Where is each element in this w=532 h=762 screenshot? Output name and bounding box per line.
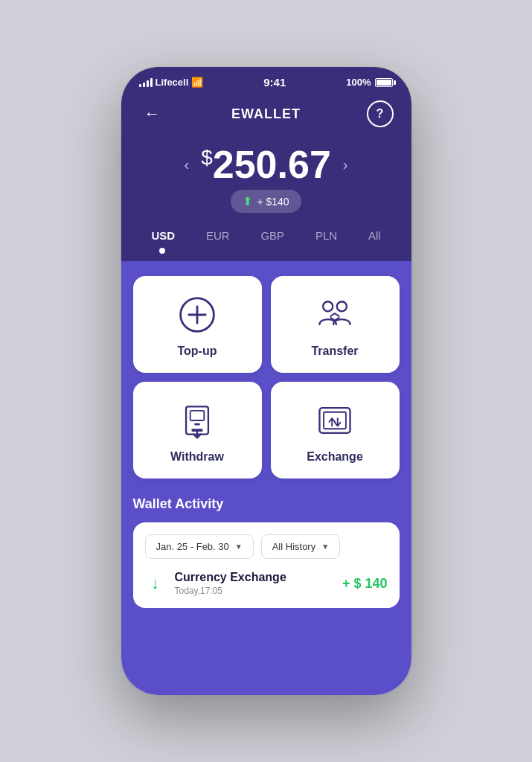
signal-icon [139,78,153,87]
transfer-icon [314,294,356,336]
prev-balance-arrow[interactable]: ‹ [185,156,190,173]
tab-eur[interactable]: EUR [197,223,239,248]
history-filter-chevron: ▼ [321,542,329,551]
help-button[interactable]: ? [367,100,394,127]
date-filter-button[interactable]: Jan. 25 - Feb. 30 ▼ [145,534,254,559]
carrier-name: Lifecell [156,77,189,88]
currency-tabs: USD EUR GBP PLN All [121,223,411,248]
tab-indicator-row [121,248,411,261]
topup-icon [176,294,218,336]
date-filter-label: Jan. 25 - Feb. 30 [156,541,229,552]
status-right: 100% [346,77,393,88]
transfer-label: Transfer [311,345,358,358]
wallet-activity-title: Wallet Activity [133,496,400,512]
topup-card[interactable]: Top-up [133,276,262,373]
change-arrow-icon: ⬆ [243,194,252,208]
transaction-details: Currency Exchange Today,17:05 [175,571,333,596]
svg-point-3 [323,301,333,311]
topup-label: Top-up [177,345,217,358]
transaction-item[interactable]: ↓ Currency Exchange Today,17:05 + $ 140 [145,571,388,596]
transaction-date: Today,17:05 [175,586,333,596]
transaction-direction-icon: ↓ [145,573,166,594]
exchange-label: Exchange [307,450,363,464]
main-content: Top-up [121,261,411,695]
page-title: EWALLET [231,106,301,122]
balance-change-badge: ⬆ + $140 [231,190,301,213]
battery-percent: 100% [346,77,371,88]
next-balance-arrow[interactable]: › [343,156,348,173]
exchange-icon [314,400,356,441]
filter-row: Jan. 25 - Feb. 30 ▼ All History ▼ [145,534,388,559]
transfer-card[interactable]: Transfer [271,276,400,373]
wifi-icon: 📶 [191,77,203,88]
tab-gbp[interactable]: GBP [251,223,293,248]
exchange-card[interactable]: Exchange [271,382,400,478]
back-button[interactable]: ← [139,100,166,127]
history-filter-label: All History [272,541,316,552]
withdraw-card[interactable]: Withdraw [133,382,262,478]
status-time: 9:41 [263,76,286,89]
svg-rect-6 [190,411,205,420]
svg-rect-7 [194,423,199,426]
balance-change-value: + $140 [257,196,289,208]
action-grid: Top-up [133,276,400,478]
battery-icon [375,78,393,87]
withdraw-icon [176,400,218,441]
tab-usd[interactable]: USD [142,223,184,248]
balance-display: $250.67 [201,145,331,184]
transaction-amount: + $ 140 [342,576,388,592]
status-left: Lifecell 📶 [139,77,204,88]
balance-section: ‹ $250.67 › ⬆ + $140 [121,139,411,223]
withdraw-label: Withdraw [170,450,224,464]
app-header: ← EWALLET ? [121,93,411,139]
history-filter-button[interactable]: All History ▼ [261,534,340,559]
svg-point-4 [337,301,347,311]
activity-card: Jan. 25 - Feb. 30 ▼ All History ▼ ↓ [133,522,400,608]
tab-active-dot [159,248,165,254]
tab-pln[interactable]: PLN [307,223,346,248]
balance-amount-value: 250.67 [213,143,331,186]
currency-symbol: $ [201,146,213,169]
date-filter-chevron: ▼ [235,542,243,551]
status-bar: Lifecell 📶 9:41 100% [121,67,411,93]
transaction-name: Currency Exchange [175,571,333,584]
wallet-activity-section: Wallet Activity Jan. 25 - Feb. 30 ▼ All … [133,496,400,608]
svg-rect-11 [324,412,346,429]
tab-all[interactable]: All [359,223,390,248]
